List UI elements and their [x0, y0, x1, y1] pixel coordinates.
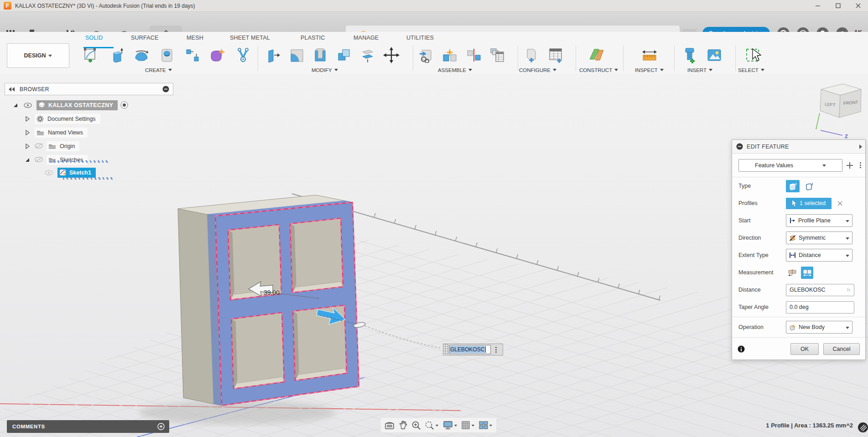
- distance-label: Distance: [738, 287, 784, 293]
- fx-indicator: fx: [847, 287, 851, 293]
- operation-dropdown[interactable]: New Body: [786, 321, 852, 334]
- preset-menu-icon[interactable]: [858, 160, 863, 170]
- orbit-tool-icon[interactable]: [385, 421, 395, 430]
- pan-tool-icon[interactable]: [399, 421, 408, 430]
- navigation-toolbar: [381, 418, 496, 432]
- tree-row-root[interactable]: KALLAX OSTATECZNY: [13, 99, 128, 111]
- visibility-eye-icon[interactable]: [45, 170, 53, 175]
- measure-half-length-button[interactable]: [786, 267, 798, 279]
- dialog-expand-arrow-icon[interactable]: [859, 144, 864, 149]
- grid-settings-icon[interactable]: [461, 421, 475, 430]
- fit-view-icon[interactable]: [425, 421, 439, 430]
- expand-arrow-root[interactable]: [13, 103, 18, 108]
- expand-arrow-named-views[interactable]: [25, 130, 30, 135]
- activate-radio-icon[interactable]: [120, 101, 128, 109]
- expand-arrow-doc-settings[interactable]: [25, 116, 30, 122]
- root-component-label: KALLAX OSTATECZNY: [48, 102, 113, 108]
- operation-value: New Body: [799, 324, 825, 330]
- distance-row: Distance GLEBOKOSC fx: [732, 281, 865, 298]
- collapse-browser-icon[interactable]: [9, 87, 15, 92]
- viewports-icon[interactable]: [479, 421, 493, 429]
- taper-value: 0.0 deg: [790, 304, 809, 310]
- preset-row: Feature Values: [732, 154, 865, 177]
- symmetric-icon: [789, 235, 796, 242]
- expand-arrow-origin[interactable]: [25, 144, 30, 149]
- add-preset-icon[interactable]: [847, 162, 853, 169]
- start-label: Start: [738, 217, 784, 224]
- add-comment-icon[interactable]: [157, 423, 165, 430]
- select-cursor-icon: [792, 200, 797, 206]
- hidden-eye-icon[interactable]: [35, 143, 43, 149]
- direction-row: Direction Symmetric: [732, 229, 865, 247]
- tree-row-named-views[interactable]: Named Views: [25, 127, 88, 138]
- browser-title: BROWSER: [20, 86, 49, 93]
- distance-value: GLEBOKOSC: [790, 287, 826, 293]
- extent-dropdown[interactable]: Distance: [786, 249, 852, 262]
- origin-label: Origin: [60, 143, 75, 149]
- marking-menu-icon[interactable]: [858, 422, 868, 434]
- profiles-row: Profiles 1 selected: [732, 195, 865, 212]
- folder-icon: [48, 143, 56, 149]
- hidden-eye-icon[interactable]: [35, 157, 43, 163]
- profiles-selected-chip[interactable]: 1 selected: [786, 198, 832, 209]
- dialog-header[interactable]: EDIT FEATURE: [732, 140, 865, 154]
- mouse-cursor: [752, 48, 762, 63]
- floating-dimension-input[interactable]: GLEBOKOSC: [443, 344, 503, 355]
- type-extrude-button[interactable]: [786, 180, 800, 192]
- sketch1-label: Sketch1: [69, 170, 91, 176]
- taper-angle-input[interactable]: 0.0 deg: [786, 301, 854, 314]
- browser-header[interactable]: BROWSER: [5, 83, 173, 95]
- dialog-footer: OK Cancel: [732, 339, 865, 360]
- measurement-row: Measurement: [732, 264, 865, 281]
- direction-dropdown[interactable]: Symmetric: [786, 231, 852, 244]
- document-settings-label: Document Settings: [47, 116, 96, 122]
- ok-button[interactable]: OK: [790, 343, 819, 355]
- direction-value: Symmetric: [799, 235, 826, 241]
- zoom-tool-icon[interactable]: [411, 421, 421, 430]
- feature-values-dropdown[interactable]: Feature Values: [738, 159, 842, 172]
- tree-row-sketches[interactable]: Sketches: [25, 154, 88, 165]
- dimension-input-value: GLEBOKOSC: [449, 346, 485, 353]
- edit-feature-dialog: EDIT FEATURE Feature Values Type Profile…: [732, 139, 866, 360]
- preset-value: Feature Values: [755, 162, 793, 169]
- cancel-button[interactable]: Cancel: [823, 343, 860, 355]
- type-thin-extrude-button[interactable]: [802, 180, 816, 192]
- folder-icon: [36, 129, 44, 136]
- direction-label: Direction: [738, 235, 784, 241]
- distance-input[interactable]: GLEBOKOSC fx: [786, 284, 854, 296]
- browser-minimize-icon[interactable]: [162, 86, 169, 93]
- collapse-dialog-icon[interactable]: [736, 143, 743, 150]
- comments-label: COMMENTS: [12, 424, 45, 429]
- sketch1-row[interactable]: Sketch1: [57, 168, 96, 178]
- start-dropdown[interactable]: Profile Plane: [786, 214, 852, 227]
- comments-bar[interactable]: COMMENTS: [7, 420, 169, 433]
- dimension-options-icon[interactable]: [494, 345, 499, 355]
- expand-arrow-sketches[interactable]: [25, 157, 30, 163]
- root-component-row[interactable]: KALLAX OSTATECZNY: [36, 100, 118, 110]
- viewcube-front-label[interactable]: FRONT: [843, 100, 858, 106]
- viewcube-z-label: Z: [845, 134, 848, 139]
- extent-row: Extent Type Distance: [732, 247, 865, 264]
- tree-row-sketch1[interactable]: Sketch1: [45, 167, 96, 178]
- extent-value: Distance: [799, 252, 821, 258]
- component-cube-icon: [38, 102, 45, 108]
- clear-selection-icon[interactable]: [837, 201, 842, 206]
- info-icon[interactable]: [738, 345, 745, 353]
- viewcube-left-label[interactable]: LEFT: [825, 102, 836, 108]
- text-caret: [485, 346, 486, 353]
- drag-grip-icon[interactable]: [443, 344, 448, 355]
- measure-whole-length-button[interactable]: [801, 267, 813, 279]
- sketch1-edit-hatch: [63, 177, 113, 180]
- visibility-eye-icon[interactable]: [24, 103, 32, 108]
- dimension-input-field[interactable]: GLEBOKOSC: [449, 345, 491, 354]
- display-settings-icon[interactable]: [443, 421, 457, 430]
- selection-status-text: 1 Profile | Area : 1363.25 mm^2: [712, 422, 853, 429]
- dialog-title: EDIT FEATURE: [747, 144, 789, 150]
- sketch-icon: [59, 169, 66, 176]
- start-value: Profile Plane: [798, 217, 831, 224]
- sketches-edit-hatch: [50, 160, 109, 163]
- tree-row-origin[interactable]: Origin: [25, 140, 79, 152]
- operation-row: Operation New Body: [732, 318, 865, 336]
- kallax-shelf-model[interactable]: [178, 195, 359, 406]
- tree-row-document-settings[interactable]: Document Settings: [25, 113, 100, 124]
